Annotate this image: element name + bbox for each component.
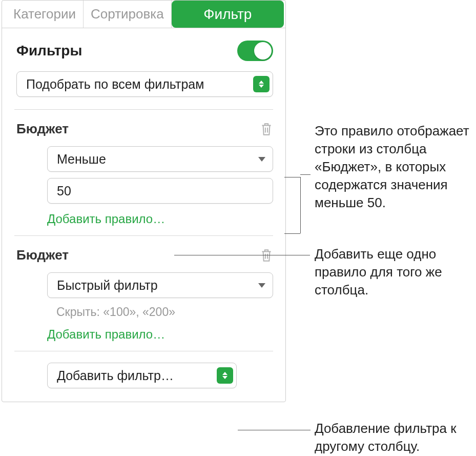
updown-icon [217, 367, 233, 384]
chevron-down-icon [258, 157, 265, 162]
add-rule-link-1[interactable]: Добавить правило… [47, 212, 273, 226]
condition-label-1: Меньше [57, 152, 106, 167]
value-input-1[interactable]: 50 [47, 178, 273, 204]
filters-header: Фильтры [2, 28, 285, 71]
callout-line-3 [238, 430, 311, 430]
match-mode-dropdown[interactable]: Подобрать по всем фильтрам [16, 71, 273, 97]
filter-panel: Категории Сортировка Фильтр Фильтры Подо… [2, 0, 286, 402]
callout-add-filter-desc: Добавление фильтра к другому столбцу. [315, 420, 473, 455]
callout-bracket-1 [300, 177, 301, 233]
tab-filter[interactable]: Фильтр [172, 1, 284, 28]
filter-column-name-1: Бюджет [16, 121, 69, 137]
tab-bar: Категории Сортировка Фильтр [2, 1, 285, 28]
tab-categories[interactable]: Категории [2, 1, 84, 28]
value-text-1: 50 [57, 184, 71, 199]
tab-sort[interactable]: Сортировка [84, 1, 172, 28]
add-filter-label: Добавить фильтр… [57, 368, 174, 383]
callout-line-1c [300, 174, 311, 175]
match-mode-row: Подобрать по всем фильтрам [2, 71, 285, 109]
filter-group-1: Бюджет Меньше 50 Добавить правило… [2, 110, 285, 235]
toggle-knob [254, 42, 272, 60]
condition-dropdown-1[interactable]: Меньше [47, 146, 273, 172]
callout-rule-desc: Это правило отображает строки из столбца… [315, 122, 473, 212]
callout-line-1 [284, 177, 300, 177]
filter-column-name-2: Бюджет [16, 247, 69, 263]
add-filter-dropdown[interactable]: Добавить фильтр… [47, 363, 237, 388]
filter-group-1-header: Бюджет [16, 121, 273, 137]
filters-toggle[interactable] [237, 41, 273, 61]
add-filter-row: Добавить фильтр… [2, 351, 285, 402]
callout-line-1b [284, 233, 300, 234]
callout-add-rule-desc: Добавить еще одно правило для того же ст… [315, 245, 468, 299]
trash-icon[interactable] [260, 122, 273, 137]
updown-icon [253, 76, 270, 92]
condition-label-2: Быстрый фильтр [57, 278, 158, 293]
match-mode-label: Подобрать по всем фильтрам [26, 77, 204, 92]
add-rule-link-2[interactable]: Добавить правило… [47, 327, 273, 342]
hide-values-text: Скрыть: «100», «200» [56, 305, 273, 319]
chevron-down-icon [258, 283, 265, 288]
filters-title: Фильтры [16, 43, 82, 59]
filter-group-2: Бюджет Быстрый фильтр Скрыть: «100», «20… [2, 236, 285, 351]
condition-dropdown-2[interactable]: Быстрый фильтр [47, 272, 273, 298]
callout-line-2 [174, 255, 310, 255]
